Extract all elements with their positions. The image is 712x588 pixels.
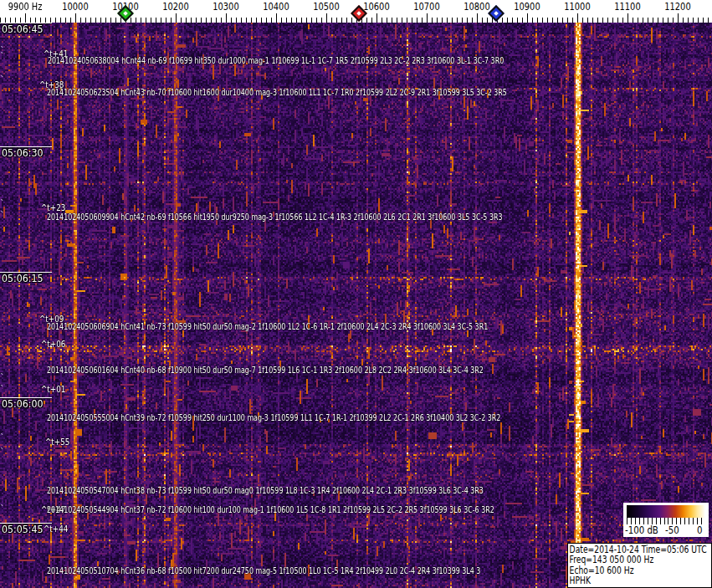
freq-tick-minor xyxy=(567,18,568,23)
freq-tick-minor xyxy=(587,18,588,23)
freq-tick-minor xyxy=(517,18,518,23)
spectrogram-canvas[interactable] xyxy=(0,23,712,588)
freq-tick-minor xyxy=(296,18,297,23)
freq-label: 10000 xyxy=(62,1,88,13)
freq-tick-minor xyxy=(366,18,367,23)
freq-tick-minor xyxy=(432,18,433,23)
freq-tick-minor xyxy=(55,18,56,23)
freq-tick-minor xyxy=(472,18,473,23)
freq-tick-minor xyxy=(65,18,66,23)
freq-tick-minor xyxy=(50,18,51,23)
freq-tick-minor xyxy=(216,18,217,23)
freq-tick-minor xyxy=(166,18,166,23)
time-label: 05:06:30 xyxy=(2,147,44,159)
freq-tick-major xyxy=(627,13,628,23)
freq-tick-minor xyxy=(417,18,417,23)
freq-tick-minor xyxy=(15,18,16,23)
freq-tick-minor xyxy=(437,18,438,23)
freq-tick-minor xyxy=(316,18,317,23)
freq-tick-major xyxy=(477,13,478,23)
freq-tick-minor xyxy=(407,18,407,23)
freq-tick-minor xyxy=(141,18,141,23)
freq-label: 10300 xyxy=(213,1,238,13)
freq-tick-minor xyxy=(286,18,287,23)
freq-tick-minor xyxy=(30,18,31,23)
edge-tick: ` xyxy=(0,449,5,456)
freq-tick-minor xyxy=(612,18,613,23)
freq-tick-minor xyxy=(643,18,643,23)
freq-tick-minor xyxy=(10,18,11,23)
freq-tick-minor xyxy=(40,18,41,23)
colorbar-tick-row xyxy=(627,518,705,524)
freq-tick-minor xyxy=(251,18,252,23)
freq-tick-minor xyxy=(221,18,222,23)
freq-tick-minor xyxy=(181,18,182,23)
freq-tick-minor xyxy=(256,18,257,23)
freq-tick-minor xyxy=(522,18,523,23)
colorbar-label-2: 0 xyxy=(697,524,702,536)
freq-tick-minor xyxy=(653,18,653,23)
freq-tick-minor xyxy=(211,18,212,23)
detection-log-line: 20141024050638004 hCnt44 nb-69 f10699 hi… xyxy=(48,55,504,66)
freq-tick-minor xyxy=(136,18,136,23)
colorbar-label-0: -100 dB xyxy=(625,524,658,536)
edge-tick: ` xyxy=(0,212,5,219)
edge-tick: ` xyxy=(0,435,5,442)
freq-tick-minor xyxy=(206,18,207,23)
freq-tick-minor xyxy=(5,18,6,23)
freq-tick-minor xyxy=(246,18,247,23)
freq-tick-minor xyxy=(542,18,543,23)
freq-tick-minor xyxy=(557,18,558,23)
time-label: 05:06:45 xyxy=(2,23,44,35)
freq-tick-minor xyxy=(105,18,106,23)
time-label: 05:06:15 xyxy=(2,273,44,284)
freq-label: 11000 xyxy=(564,1,590,13)
freq-tick-minor xyxy=(422,18,423,23)
freq-tick-minor xyxy=(131,18,131,23)
spectrogram-app-window: 9900 Hz100001010010200103001040010500106… xyxy=(0,0,712,588)
freq-tick-minor xyxy=(236,18,237,23)
freq-tick-minor xyxy=(638,18,638,23)
freq-tick-minor xyxy=(532,18,533,23)
freq-tick-minor xyxy=(673,18,674,23)
freq-tick-major xyxy=(226,13,227,23)
freq-tick-minor xyxy=(271,18,272,23)
freq-tick-minor xyxy=(663,18,663,23)
freq-tick-minor xyxy=(306,18,307,23)
freq-tick-minor xyxy=(442,18,443,23)
freq-tick-minor xyxy=(708,18,709,23)
freq-tick-minor xyxy=(582,18,583,23)
freq-tick-minor xyxy=(668,18,668,23)
edge-tick: ` xyxy=(0,506,5,513)
freq-tick-minor xyxy=(572,18,573,23)
freq-label: 10700 xyxy=(413,1,439,13)
freq-label: 11200 xyxy=(664,1,690,13)
freq-tick-minor xyxy=(115,18,116,23)
detection-log-line: 20141024050606904 hCnt41 nb-73 f10599 hi… xyxy=(47,321,488,332)
freq-tick-minor xyxy=(0,18,1,23)
freq-tick-minor xyxy=(351,18,352,23)
freq-tick-minor xyxy=(482,18,483,23)
freq-tick-minor xyxy=(266,18,267,23)
freq-label: 11100 xyxy=(614,1,640,13)
freq-tick-minor xyxy=(60,18,61,23)
freq-tick-minor xyxy=(231,18,232,23)
freq-tick-major xyxy=(527,13,528,23)
info-box: Date=2014-10-24 Time=05:06 UTC Freq=143 … xyxy=(567,543,712,588)
freq-tick-major xyxy=(678,13,679,23)
freq-tick-minor xyxy=(607,18,608,23)
event-marker: ^t+44 xyxy=(44,524,68,534)
freq-tick-minor xyxy=(90,18,91,23)
freq-tick-minor xyxy=(35,18,36,23)
freq-tick-minor xyxy=(45,18,46,23)
freq-tick-minor xyxy=(658,18,658,23)
freq-tick-minor xyxy=(592,18,593,23)
colorbar-label-1: -50 xyxy=(665,524,679,536)
freq-tick-minor xyxy=(70,18,71,23)
freq-tick-minor xyxy=(85,18,86,23)
freq-label: 10400 xyxy=(263,1,289,13)
freq-tick-minor xyxy=(402,18,402,23)
detection-log-line: 20141024050544904 hCnt37 nb-72 f10600 hi… xyxy=(47,504,494,515)
freq-tick-minor xyxy=(537,18,538,23)
freq-tick-minor xyxy=(371,18,372,23)
